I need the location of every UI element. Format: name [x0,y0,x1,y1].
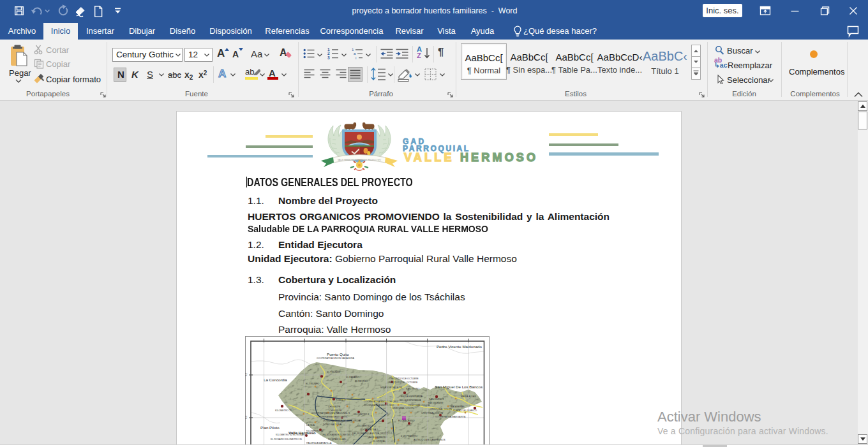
svg-text:La Concordia: La Concordia [264,377,287,382]
svg-text:SAN.TRONO: SAN.TRONO [406,388,420,390]
svg-text:0.3: 0.3 [245,416,248,419]
svg-text:DEL ROSARIO KILOMETRO 31: DEL ROSARIO KILOMETRO 31 [322,434,355,436]
svg-text:CRISTOBAL COLON: CRISTOBAL COLON [392,407,414,409]
svg-text:MATASERAS: MATASERAS [451,406,465,408]
svg-text:3: 3 [327,55,330,59]
svg-text:CRISTOBAL COLON: CRISTOBAL COLON [408,404,430,407]
svg-text:i: i [355,56,356,59]
svg-text:EL TRIUNFO: EL TRIUNFO [306,383,319,385]
svg-text:AUTELIO DIAS CAMPESINOS: AUTELIO DIAS CAMPESINOS [414,439,445,441]
svg-text:INSTITUTO DEL OCTUBRE: INSTITUTO DEL OCTUBRE [389,381,418,384]
svg-text:0.2: 0.2 [245,373,248,376]
svg-text:COOPERATIVA SANTO DOM.: COOPERATIVA SANTO DOM. [317,416,348,418]
svg-text:KILOMETRO 9: KILOMETRO 9 [357,425,373,427]
svg-text:COOPERATIVA MARGARITA: COOPERATIVA MARGARITA [435,416,466,418]
svg-text:VALLE HERMOSO: VALLE HERMOSO [368,436,387,439]
svg-text:EL TRIUNFO: EL TRIUNFO [327,371,340,374]
svg-text:4 DE FEBRERO: 4 DE FEBRERO [401,435,418,437]
svg-text:DOMO HACIENDA LA CONCORDIA: DOMO HACIENDA LA CONCORDIA [323,420,361,422]
svg-text:KILOMETRO 8: KILOMETRO 8 [354,413,369,416]
svg-text:EL DESCANSO: EL DESCANSO [398,420,415,422]
svg-text:EL CRISTAL: EL CRISTAL [373,440,385,443]
svg-text:Pedro Vicente Maldonado: Pedro Vicente Maldonado [437,344,483,349]
svg-text:SAN VICENTE: SAN VICENTE [429,398,445,400]
svg-text:COOPERATIVA UNION GANADERA: COOPERATIVA UNION GANADERA [317,357,355,360]
svg-text:DEL ROSARIO LA ULTRA ORO PTO 5: DEL ROSARIO LA ULTRA ORO PTO 5 [352,432,392,435]
svg-text:1: 1 [352,48,354,52]
svg-text:ROSITAS LILIAN: ROSITAS LILIAN [328,438,346,441]
svg-text:CHIGUILPE: CHIGUILPE [328,406,341,408]
svg-text:EL RECREO: EL RECREO [355,380,368,383]
svg-text:MIRADOR DE LA TR.: MIRADOR DE LA TR. [380,386,403,389]
svg-text:LA ISLA: LA ISLA [306,424,315,427]
svg-text:CRISTOBAL COLON: CRISTOBAL COLON [430,408,452,411]
svg-text:COOPERATIVA DOMO NACIONAL S: COOPERATIVA DOMO NACIONAL S [311,412,350,414]
svg-text:COOPERATIVA 5: COOPERATIVA 5 [360,429,378,431]
svg-text:PLAYAS DEL BLANCO: PLAYAS DEL BLANCO [453,409,477,412]
svg-text:COOPERATIVA MEDIO DE ORO: COOPERATIVA MEDIO DE ORO [364,400,398,403]
svg-text:DOMO NACIONAL: DOMO NACIONAL [323,423,343,426]
svg-text:RECINTO 9 DE OCTUBRE: RECINTO 9 DE OCTUBRE [391,377,419,380]
svg-text:KILOMETRO 26: KILOMETRO 26 [275,409,292,412]
svg-text:BELLA ESPERANZA: BELLA ESPERANZA [401,395,423,398]
svg-text:EL PARAISO: EL PARAISO [346,376,359,379]
svg-text:EL ROSARIO KILOMETRO 35: EL ROSARIO KILOMETRO 35 [271,438,302,441]
svg-text:COOPERATIVA MEDIO ORO: COOPERATIVA MEDIO ORO [364,404,394,407]
svg-text:TORRE P.: TORRE P. [336,399,347,402]
svg-text:Valle Hermoso: Valle Hermoso [288,430,316,435]
svg-text:SAN VICENTE: SAN VICENTE [428,402,444,404]
svg-text:CRISTOBAL COLON: CRISTOBAL COLON [421,412,443,414]
svg-text:Plan Piloto: Plan Piloto [260,425,280,430]
svg-text:BELLA ESPERANZA: BELLA ESPERANZA [400,399,421,402]
svg-text:San Miguel De Los Bancos: San Miguel De Los Bancos [435,385,483,389]
svg-text:a: a [354,52,356,55]
